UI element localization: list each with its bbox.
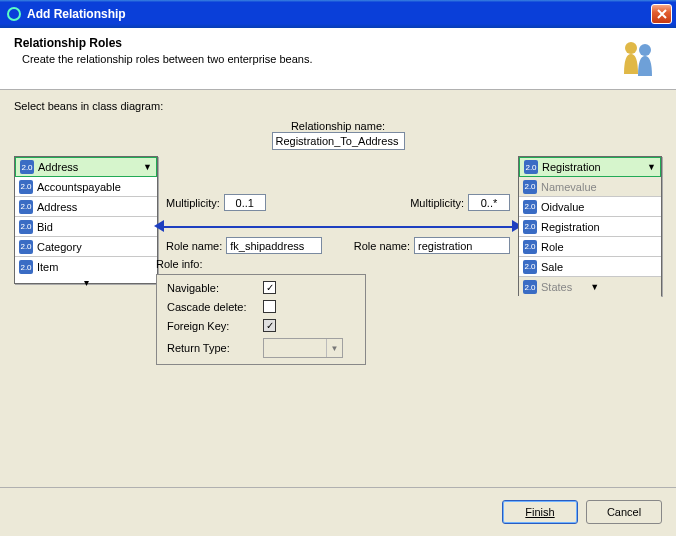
- bean-label: Category: [37, 241, 82, 253]
- footer: Finish Cancel: [0, 487, 676, 536]
- page-subtitle: Create the relationship roles between tw…: [22, 53, 662, 65]
- app-icon: [6, 6, 22, 22]
- left-bean-list[interactable]: 2.0 Address ▼ 2.0Accountspayable 2.0Addr…: [14, 156, 158, 284]
- cascade-delete-checkbox[interactable]: [263, 300, 276, 313]
- bean-icon: 2.0: [20, 160, 34, 174]
- bean-item[interactable]: 2.0Bid: [15, 217, 157, 237]
- chevron-down-icon: ▼: [647, 162, 656, 172]
- bean-item[interactable]: 2.0Registration: [519, 217, 661, 237]
- relationship-name-label: Relationship name:: [168, 120, 508, 132]
- multiplicity-input-left[interactable]: [224, 194, 266, 211]
- foreign-key-checkbox[interactable]: ✓: [263, 319, 276, 332]
- chevron-down-icon: ▼: [143, 162, 152, 172]
- role-name-input-left[interactable]: [226, 237, 322, 254]
- cascade-delete-label: Cascade delete:: [167, 301, 263, 313]
- bean-icon: 2.0: [19, 220, 33, 234]
- role-info-panel: Navigable: ✓ Cascade delete: Foreign Key…: [156, 274, 366, 365]
- bean-label: Registration: [541, 221, 600, 233]
- bean-item-selected[interactable]: 2.0 Address ▼: [15, 157, 157, 177]
- bean-icon: 2.0: [19, 260, 33, 274]
- bean-item[interactable]: 2.0Item: [15, 257, 157, 277]
- instruction-label: Select beans in class diagram:: [14, 100, 662, 112]
- bean-label: Registration: [542, 161, 601, 173]
- chevron-down-icon: ▼: [326, 339, 342, 357]
- bean-label: Accountspayable: [37, 181, 121, 193]
- bean-icon: 2.0: [523, 280, 537, 294]
- relationship-name-block: Relationship name:: [168, 120, 508, 150]
- bean-label: Sale: [541, 261, 563, 273]
- bean-item-disabled: 2.0States▼: [519, 277, 661, 297]
- bean-item-selected[interactable]: 2.0 Registration ▼: [519, 157, 661, 177]
- window-title: Add Relationship: [27, 7, 651, 21]
- bean-label: Item: [37, 261, 58, 273]
- bean-item[interactable]: 2.0Sale: [519, 257, 661, 277]
- header-panel: Relationship Roles Create the relationsh…: [0, 28, 676, 90]
- svg-point-1: [625, 42, 637, 54]
- titlebar: Add Relationship: [0, 0, 676, 28]
- role-info-title: Role info:: [156, 258, 366, 270]
- scroll-down-button[interactable]: ▾: [15, 277, 157, 291]
- bean-item[interactable]: 2.0Address: [15, 197, 157, 217]
- svg-point-2: [639, 44, 651, 56]
- association-block: Multiplicity: Multiplicity: Role name: R…: [166, 194, 510, 254]
- cancel-button[interactable]: Cancel: [586, 500, 662, 524]
- bean-item[interactable]: 2.0Oidvalue: [519, 197, 661, 217]
- bean-label: Namevalue: [541, 181, 597, 193]
- right-bean-list[interactable]: 2.0 Registration ▼ 2.0Namevalue 2.0Oidva…: [518, 156, 662, 296]
- bean-item[interactable]: 2.0Category: [15, 237, 157, 257]
- body-area: Select beans in class diagram: Relations…: [0, 90, 676, 484]
- close-button[interactable]: [651, 4, 672, 24]
- multiplicity-label-right: Multiplicity:: [410, 197, 464, 209]
- bean-label: States: [541, 281, 572, 293]
- role-name-label-right: Role name:: [354, 240, 410, 252]
- bean-icon: 2.0: [523, 200, 537, 214]
- return-type-label: Return Type:: [167, 342, 263, 354]
- role-info-box: Role info: Navigable: ✓ Cascade delete: …: [156, 258, 366, 365]
- return-type-select[interactable]: ▼: [263, 338, 343, 358]
- bean-icon: 2.0: [523, 220, 537, 234]
- association-line: [160, 226, 516, 228]
- role-name-label-left: Role name:: [166, 240, 222, 252]
- bean-icon: 2.0: [523, 260, 537, 274]
- svg-point-0: [8, 8, 20, 20]
- relationship-name-input[interactable]: [272, 132, 405, 150]
- bean-icon: 2.0: [524, 160, 538, 174]
- finish-button[interactable]: Finish: [502, 500, 578, 524]
- bean-icon: 2.0: [19, 180, 33, 194]
- bean-label: Address: [37, 201, 77, 213]
- chevron-down-icon: ▼: [590, 282, 599, 292]
- bean-item[interactable]: 2.0Accountspayable: [15, 177, 157, 197]
- navigable-label: Navigable:: [167, 282, 263, 294]
- bean-icon: 2.0: [19, 200, 33, 214]
- bean-item[interactable]: 2.0Role: [519, 237, 661, 257]
- bean-label: Role: [541, 241, 564, 253]
- role-name-input-right[interactable]: [414, 237, 510, 254]
- relationship-icon: [614, 34, 662, 82]
- bean-icon: 2.0: [523, 180, 537, 194]
- bean-item-disabled: 2.0Namevalue: [519, 177, 661, 197]
- bean-label: Oidvalue: [541, 201, 584, 213]
- bean-label: Address: [38, 161, 78, 173]
- multiplicity-label-left: Multiplicity:: [166, 197, 220, 209]
- bean-label: Bid: [37, 221, 53, 233]
- navigable-checkbox[interactable]: ✓: [263, 281, 276, 294]
- multiplicity-input-right[interactable]: [468, 194, 510, 211]
- arrow-left-icon: [154, 220, 164, 232]
- foreign-key-label: Foreign Key:: [167, 320, 263, 332]
- bean-icon: 2.0: [19, 240, 33, 254]
- bean-icon: 2.0: [523, 240, 537, 254]
- page-title: Relationship Roles: [14, 36, 662, 50]
